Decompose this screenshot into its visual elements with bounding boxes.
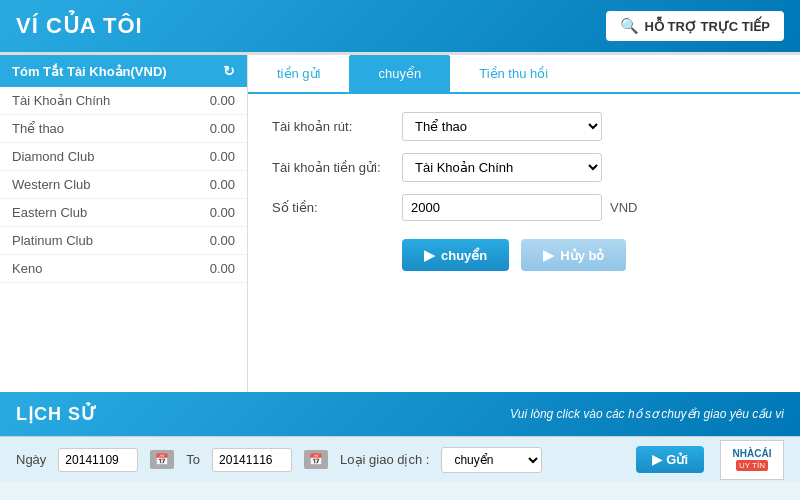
from-calendar-icon[interactable]: 📅 <box>150 450 174 469</box>
header: VÍ CỦA TÔI 🔍 HỖ TRỢ TRỰC TIẾP <box>0 0 800 52</box>
send-button[interactable]: ▶ Gửi <box>636 446 704 473</box>
huybo-label: Hủy bỏ <box>560 248 604 263</box>
sidebar-value-easternclub: 0.00 <box>210 205 235 220</box>
to-label: To <box>186 452 200 467</box>
gui-select[interactable]: Tài Khoản Chính Thể thao Diamond Club We… <box>402 153 602 182</box>
sidebar-value-platinumclub: 0.00 <box>210 233 235 248</box>
history-title: LỊCH SỬ <box>16 403 97 425</box>
from-date-input[interactable] <box>58 448 138 472</box>
sotien-input[interactable] <box>402 194 602 221</box>
sidebar-item-taikhoanchinh[interactable]: Tài Khoản Chính 0.00 <box>0 87 247 115</box>
rut-row: Tài khoản rút: Thể thao Tài Khoản Chính … <box>272 112 776 141</box>
sidebar-value-keno: 0.00 <box>210 261 235 276</box>
logo-badge: NHÀCÁI UY TÍN <box>720 440 784 480</box>
sidebar-title: Tóm Tắt Tài Khoản(VND) <box>12 64 167 79</box>
tab-tien-gui[interactable]: tiền gửi <box>248 55 349 92</box>
currency-label: VND <box>610 200 637 215</box>
logo-nhacai: NHÀCÁI <box>733 448 772 459</box>
history-header: LỊCH SỬ Vui lòng click vào các hồ sơ chu… <box>0 392 800 436</box>
sidebar-label-keno: Keno <box>12 261 42 276</box>
rut-label: Tài khoản rút: <box>272 119 402 134</box>
tab-tien-thu-hoi[interactable]: Tiền thu hồi <box>450 55 577 92</box>
sidebar-header: Tóm Tắt Tài Khoản(VND) ↻ <box>0 55 247 87</box>
chuyen-button[interactable]: ▶ chuyển <box>402 239 509 271</box>
chuyen-arrow-icon: ▶ <box>424 247 435 263</box>
sidebar-value-westernclub: 0.00 <box>210 177 235 192</box>
sidebar-label-westernclub: Western Club <box>12 177 91 192</box>
history-section: LỊCH SỬ Vui lòng click vào các hồ sơ chu… <box>0 392 800 482</box>
main-area: Tóm Tắt Tài Khoản(VND) ↻ Tài Khoản Chính… <box>0 52 800 392</box>
huybo-arrow-icon: ▶ <box>543 247 554 263</box>
sidebar-label-taikhoanchinh: Tài Khoản Chính <box>12 93 110 108</box>
to-date-input[interactable] <box>212 448 292 472</box>
from-label: Ngày <box>16 452 46 467</box>
history-controls: Ngày 📅 To 📅 Loại giao dịch : chuyển tiền… <box>0 436 800 482</box>
sidebar-label-thethao: Thể thao <box>12 121 64 136</box>
sidebar-value-diamondclub: 0.00 <box>210 149 235 164</box>
sidebar-label-diamondclub: Diamond Club <box>12 149 94 164</box>
sidebar-value-taikhoanchinh: 0.00 <box>210 93 235 108</box>
content-area: tiền gửi chuyển Tiền thu hồi Tài khoản r… <box>248 55 800 392</box>
sidebar-item-thethao[interactable]: Thể thao 0.00 <box>0 115 247 143</box>
loai-label: Loại giao dịch : <box>340 452 429 467</box>
sidebar-value-thethao: 0.00 <box>210 121 235 136</box>
sidebar-item-keno[interactable]: Keno 0.00 <box>0 255 247 283</box>
transfer-form: Tài khoản rút: Thể thao Tài Khoản Chính … <box>248 94 800 289</box>
sidebar: Tóm Tắt Tài Khoản(VND) ↻ Tài Khoản Chính… <box>0 55 248 392</box>
page-title: VÍ CỦA TÔI <box>16 13 143 39</box>
sidebar-item-platinumclub[interactable]: Platinum Club 0.00 <box>0 227 247 255</box>
to-calendar-icon[interactable]: 📅 <box>304 450 328 469</box>
chuyen-label: chuyển <box>441 248 487 263</box>
send-arrow-icon: ▶ <box>652 452 662 467</box>
support-button[interactable]: 🔍 HỖ TRỢ TRỰC TIẾP <box>606 11 785 41</box>
button-row: ▶ chuyển ▶ Hủy bỏ <box>402 239 776 271</box>
gui-row: Tài khoản tiền gửi: Tài Khoản Chính Thể … <box>272 153 776 182</box>
history-note: Vui lòng click vào các hồ sơ chuyển giao… <box>510 407 784 421</box>
sidebar-item-easternclub[interactable]: Eastern Club 0.00 <box>0 199 247 227</box>
rut-select[interactable]: Thể thao Tài Khoản Chính Diamond Club We… <box>402 112 602 141</box>
loai-select[interactable]: chuyển tiền gửi Tiền thu hồi <box>441 447 542 473</box>
tab-chuyen[interactable]: chuyển <box>349 55 450 92</box>
sidebar-item-diamondclub[interactable]: Diamond Club 0.00 <box>0 143 247 171</box>
logo-uytin: UY TÍN <box>736 460 768 471</box>
search-icon: 🔍 <box>620 17 639 35</box>
send-label: Gửi <box>666 452 688 467</box>
tab-bar: tiền gửi chuyển Tiền thu hồi <box>248 55 800 94</box>
sotien-row: Số tiền: VND <box>272 194 776 221</box>
huybo-button[interactable]: ▶ Hủy bỏ <box>521 239 626 271</box>
support-label: HỖ TRỢ TRỰC TIẾP <box>645 19 771 34</box>
refresh-icon[interactable]: ↻ <box>223 63 235 79</box>
sidebar-label-platinumclub: Platinum Club <box>12 233 93 248</box>
gui-label: Tài khoản tiền gửi: <box>272 160 402 175</box>
sotien-label: Số tiền: <box>272 200 402 215</box>
sidebar-label-easternclub: Eastern Club <box>12 205 87 220</box>
sidebar-item-westernclub[interactable]: Western Club 0.00 <box>0 171 247 199</box>
